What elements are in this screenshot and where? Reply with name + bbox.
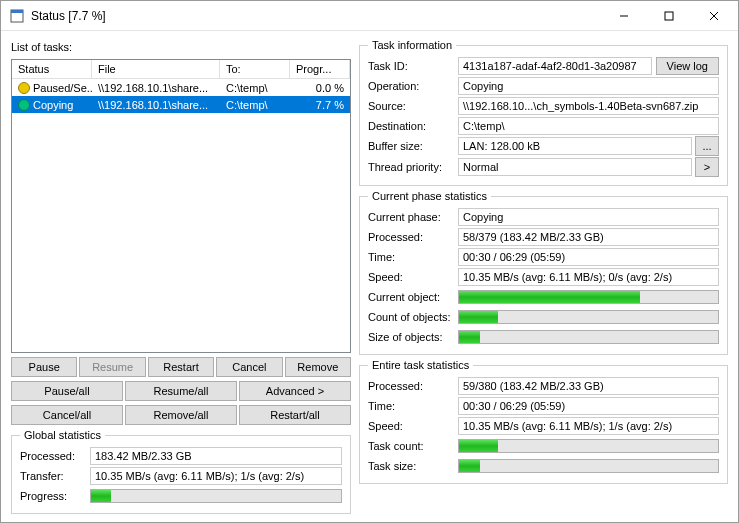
entire-stats-group: Entire task statistics Processed:59/380 …: [359, 359, 728, 484]
task-info-legend: Task information: [368, 39, 456, 51]
global-stats-legend: Global statistics: [20, 429, 105, 441]
svg-rect-3: [665, 12, 673, 20]
restart-all-button[interactable]: Restart/all: [239, 405, 351, 425]
entire-stats-legend: Entire task statistics: [368, 359, 473, 371]
entire-processed-value: 59/380 (183.42 MB/2.33 GB): [458, 377, 719, 395]
thread-more-button[interactable]: >: [695, 157, 719, 177]
maximize-button[interactable]: [646, 1, 691, 30]
close-button[interactable]: [691, 1, 736, 30]
pause-all-button[interactable]: Pause/all: [11, 381, 123, 401]
task-row[interactable]: Paused/Se... \\192.168.10.1\share... C:\…: [12, 79, 350, 96]
resume-all-button[interactable]: Resume/all: [125, 381, 237, 401]
current-phase-value: Copying: [458, 208, 719, 226]
resume-button[interactable]: Resume: [79, 357, 145, 377]
status-icon-paused: [18, 82, 30, 94]
count-objects-bar: [458, 310, 719, 324]
buffer-value: LAN: 128.00 kB: [458, 137, 692, 155]
phase-stats-group: Current phase statistics Current phase:C…: [359, 190, 728, 355]
status-icon-copying: [18, 99, 30, 111]
window-title: Status [7.7 %]: [31, 9, 601, 23]
phase-speed-value: 10.35 MB/s (avg: 6.11 MB/s); 0/s (avg: 2…: [458, 268, 719, 286]
restart-button[interactable]: Restart: [148, 357, 214, 377]
svg-rect-1: [11, 10, 23, 13]
source-value: \\192.168.10...\ch_symbols-1.40Beta-svn6…: [458, 97, 719, 115]
operation-value: Copying: [458, 77, 719, 95]
col-progress[interactable]: Progr...: [290, 60, 350, 78]
thread-value: Normal: [458, 158, 692, 176]
tasks-label: List of tasks:: [11, 39, 351, 55]
list-header[interactable]: Status File To: Progr...: [12, 60, 350, 79]
phase-stats-legend: Current phase statistics: [368, 190, 491, 202]
size-objects-bar: [458, 330, 719, 344]
task-size-bar: [458, 459, 719, 473]
col-file[interactable]: File: [92, 60, 220, 78]
cancel-all-button[interactable]: Cancel/all: [11, 405, 123, 425]
global-processed-value: 183.42 MB/2.33 GB: [90, 447, 342, 465]
task-count-bar: [458, 439, 719, 453]
entire-speed-value: 10.35 MB/s (avg: 6.11 MB/s); 1/s (avg: 2…: [458, 417, 719, 435]
global-stats-group: Global statistics Processed:183.42 MB/2.…: [11, 429, 351, 514]
destination-value: C:\temp\: [458, 117, 719, 135]
current-object-bar: [458, 290, 719, 304]
remove-button[interactable]: Remove: [285, 357, 351, 377]
phase-processed-value: 58/379 (183.42 MB/2.33 GB): [458, 228, 719, 246]
minimize-button[interactable]: [601, 1, 646, 30]
entire-time-value: 00:30 / 06:29 (05:59): [458, 397, 719, 415]
titlebar: Status [7.7 %]: [1, 1, 738, 31]
tasks-list[interactable]: Status File To: Progr... Paused/Se... \\…: [11, 59, 351, 353]
global-transfer-value: 10.35 MB/s (avg: 6.11 MB/s); 1/s (avg: 2…: [90, 467, 342, 485]
cancel-button[interactable]: Cancel: [216, 357, 282, 377]
task-id-value: 4131a187-adaf-4af2-80d1-3a20987: [458, 57, 652, 75]
col-to[interactable]: To:: [220, 60, 290, 78]
buffer-more-button[interactable]: ...: [695, 136, 719, 156]
pause-button[interactable]: Pause: [11, 357, 77, 377]
remove-all-button[interactable]: Remove/all: [125, 405, 237, 425]
col-status[interactable]: Status: [12, 60, 92, 78]
task-row[interactable]: Copying \\192.168.10.1\share... C:\temp\…: [12, 96, 350, 113]
task-info-group: Task information Task ID:4131a187-adaf-4…: [359, 39, 728, 186]
global-progress-bar: [90, 489, 342, 503]
advanced-button[interactable]: Advanced >: [239, 381, 351, 401]
app-icon: [9, 8, 25, 24]
view-log-button[interactable]: View log: [656, 57, 719, 75]
phase-time-value: 00:30 / 06:29 (05:59): [458, 248, 719, 266]
